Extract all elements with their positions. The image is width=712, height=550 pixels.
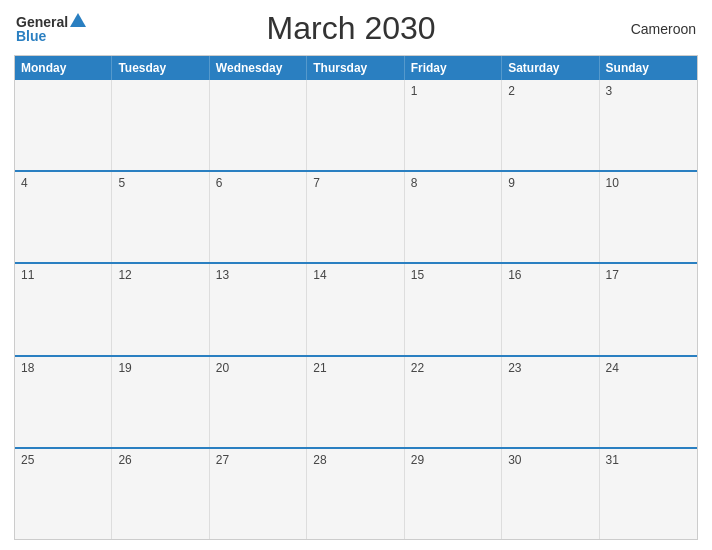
calendar-week-5: 25 26 27 28 29 30 31 [15,447,697,539]
cal-cell-w1-wed [210,80,307,170]
header: General Blue March 2030 Cameroon [14,10,698,47]
cal-cell-w5-mon: 25 [15,449,112,539]
cal-cell-w4-thu: 21 [307,357,404,447]
calendar: Monday Tuesday Wednesday Thursday Friday… [14,55,698,540]
header-sunday: Sunday [600,56,697,80]
header-friday: Friday [405,56,502,80]
cal-cell-w5-wed: 27 [210,449,307,539]
calendar-week-2: 4 5 6 7 8 9 10 [15,170,697,262]
logo-blue-text: Blue [16,29,86,43]
cal-cell-w1-mon [15,80,112,170]
cal-cell-w1-fri: 1 [405,80,502,170]
header-monday: Monday [15,56,112,80]
page: General Blue March 2030 Cameroon Monday … [0,0,712,550]
calendar-week-4: 18 19 20 21 22 23 24 [15,355,697,447]
cal-cell-w4-sat: 23 [502,357,599,447]
cal-cell-w2-sun: 10 [600,172,697,262]
cal-cell-w1-thu [307,80,404,170]
cal-cell-w4-tue: 19 [112,357,209,447]
calendar-body: 1 2 3 4 5 6 7 8 9 10 11 12 13 14 15 [15,80,697,539]
cal-cell-w2-wed: 6 [210,172,307,262]
cal-cell-w2-tue: 5 [112,172,209,262]
header-thursday: Thursday [307,56,404,80]
header-saturday: Saturday [502,56,599,80]
calendar-title: March 2030 [86,10,616,47]
cal-cell-w3-mon: 11 [15,264,112,354]
cal-cell-w1-sun: 3 [600,80,697,170]
cal-cell-w3-tue: 12 [112,264,209,354]
logo: General Blue [16,15,86,43]
country-label: Cameroon [616,21,696,37]
cal-cell-w5-sat: 30 [502,449,599,539]
cal-cell-w4-sun: 24 [600,357,697,447]
header-tuesday: Tuesday [112,56,209,80]
cal-cell-w2-fri: 8 [405,172,502,262]
calendar-header: Monday Tuesday Wednesday Thursday Friday… [15,56,697,80]
calendar-week-3: 11 12 13 14 15 16 17 [15,262,697,354]
cal-cell-w3-fri: 15 [405,264,502,354]
cal-cell-w2-thu: 7 [307,172,404,262]
cal-cell-w4-mon: 18 [15,357,112,447]
calendar-week-1: 1 2 3 [15,80,697,170]
cal-cell-w3-sat: 16 [502,264,599,354]
logo-general-text: General [16,15,68,29]
cal-cell-w3-thu: 14 [307,264,404,354]
cal-cell-w1-tue [112,80,209,170]
cal-cell-w2-mon: 4 [15,172,112,262]
cal-cell-w5-tue: 26 [112,449,209,539]
cal-cell-w4-fri: 22 [405,357,502,447]
header-wednesday: Wednesday [210,56,307,80]
cal-cell-w5-sun: 31 [600,449,697,539]
cal-cell-w3-sun: 17 [600,264,697,354]
cal-cell-w1-sat: 2 [502,80,599,170]
cal-cell-w3-wed: 13 [210,264,307,354]
cal-cell-w4-wed: 20 [210,357,307,447]
cal-cell-w5-fri: 29 [405,449,502,539]
logo-triangle-icon [70,13,86,27]
cal-cell-w5-thu: 28 [307,449,404,539]
cal-cell-w2-sat: 9 [502,172,599,262]
